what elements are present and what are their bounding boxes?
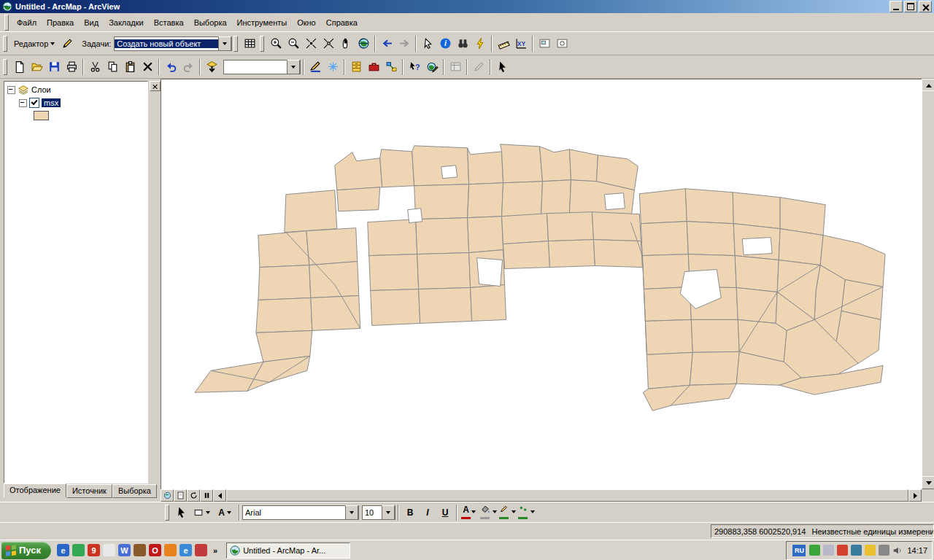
select-features-button[interactable] bbox=[419, 35, 436, 52]
toolbar-grip[interactable] bbox=[3, 59, 7, 75]
disabled-table-button[interactable] bbox=[447, 58, 464, 76]
quick-launch-overflow[interactable]: » bbox=[213, 546, 217, 555]
menu-item-view[interactable]: Вид bbox=[79, 16, 104, 29]
pause-drawing-button[interactable] bbox=[200, 489, 213, 502]
layer-name[interactable]: msx bbox=[42, 98, 61, 107]
quick-launch-icon[interactable] bbox=[134, 544, 146, 556]
tray-icon[interactable] bbox=[823, 545, 834, 556]
find-button[interactable] bbox=[454, 35, 471, 52]
identify-button[interactable]: i bbox=[436, 35, 454, 52]
quick-launch-icon[interactable]: e bbox=[57, 544, 69, 556]
undo-button[interactable] bbox=[162, 58, 180, 76]
toc-close-button[interactable] bbox=[150, 81, 161, 91]
taskbar-clock[interactable]: 14:17 bbox=[907, 546, 927, 555]
globe-edit-button[interactable] bbox=[423, 58, 441, 76]
snapping-button[interactable] bbox=[324, 58, 341, 76]
quick-launch-icon[interactable]: W bbox=[118, 544, 131, 556]
toolbar-grip[interactable] bbox=[3, 36, 7, 52]
minimize-button[interactable] bbox=[889, 1, 903, 12]
horizontal-scrollbar[interactable] bbox=[161, 489, 922, 502]
quick-launch-icon[interactable]: O bbox=[149, 544, 161, 556]
start-button[interactable]: Пуск bbox=[1, 542, 51, 559]
close-button[interactable] bbox=[919, 1, 932, 12]
menu-item-file[interactable]: Файл bbox=[12, 16, 42, 29]
toolbar-grip[interactable] bbox=[234, 36, 238, 52]
font-color-button[interactable]: A bbox=[460, 505, 479, 521]
vertical-scrollbar[interactable] bbox=[922, 79, 934, 489]
toolbar-grip[interactable] bbox=[165, 505, 169, 521]
zoom-in-button[interactable] bbox=[267, 35, 285, 52]
font-combobox[interactable]: Arial bbox=[242, 505, 359, 520]
italic-button[interactable]: I bbox=[419, 504, 436, 521]
add-data-button[interactable] bbox=[203, 58, 220, 76]
font-size-dropdown[interactable] bbox=[382, 505, 395, 520]
go-forward-extent-button[interactable] bbox=[395, 35, 413, 52]
full-extent-button[interactable] bbox=[355, 35, 372, 52]
fill-color-button[interactable] bbox=[479, 505, 498, 521]
cut-button[interactable] bbox=[86, 58, 104, 76]
tab-display[interactable]: Отображение bbox=[4, 483, 66, 498]
attributes-button[interactable] bbox=[241, 35, 258, 52]
layout-view-button[interactable] bbox=[174, 489, 187, 502]
shape-tool-button[interactable] bbox=[190, 504, 213, 521]
redo-button[interactable] bbox=[180, 58, 197, 76]
pan-button[interactable] bbox=[337, 35, 355, 52]
marker-color-button[interactable] bbox=[517, 505, 536, 521]
open-button[interactable] bbox=[28, 58, 45, 76]
scroll-right-button[interactable] bbox=[908, 489, 922, 502]
menu-item-edit[interactable]: Правка bbox=[42, 16, 79, 29]
arctoolbox-button[interactable] bbox=[365, 58, 382, 76]
goto-xy-button[interactable]: XY bbox=[512, 35, 530, 52]
vertical-scroll-thumb[interactable] bbox=[922, 90, 934, 479]
text-tool-button[interactable]: A bbox=[213, 504, 236, 521]
task-combobox[interactable]: Создать новый объект bbox=[114, 36, 232, 51]
zoom-out-button[interactable] bbox=[285, 35, 302, 52]
measure-button[interactable] bbox=[495, 35, 512, 52]
font-size-combobox[interactable]: 10 bbox=[362, 505, 395, 520]
quick-launch-icon[interactable] bbox=[164, 544, 177, 556]
scale-combobox-dropdown[interactable] bbox=[287, 60, 300, 74]
quick-launch-icon[interactable] bbox=[72, 544, 85, 556]
quick-launch-icon[interactable] bbox=[103, 544, 115, 556]
overview-window-button[interactable] bbox=[536, 35, 553, 52]
line-color-button[interactable] bbox=[498, 505, 517, 521]
tray-icon[interactable] bbox=[809, 545, 820, 556]
volume-icon[interactable] bbox=[892, 545, 903, 556]
tray-icon[interactable] bbox=[837, 545, 848, 556]
delete-button[interactable] bbox=[139, 58, 156, 76]
disabled-pencil-button[interactable] bbox=[470, 58, 487, 76]
menu-item-window[interactable]: Окно bbox=[292, 16, 321, 29]
bold-button[interactable]: B bbox=[401, 504, 419, 521]
editor-sketch-button[interactable] bbox=[306, 58, 324, 76]
hyperlink-button[interactable] bbox=[471, 35, 489, 52]
menu-item-bookmarks[interactable]: Закладки bbox=[104, 16, 149, 29]
paste-button[interactable] bbox=[121, 58, 139, 76]
editor-menu-button[interactable]: Редактор bbox=[10, 35, 58, 52]
scroll-left-button[interactable] bbox=[213, 489, 226, 502]
refresh-view-button[interactable] bbox=[187, 489, 200, 502]
tab-source[interactable]: Источник bbox=[66, 484, 112, 498]
layer-visibility-checkbox[interactable] bbox=[29, 98, 39, 108]
horizontal-scroll-thumb[interactable] bbox=[226, 489, 908, 502]
quick-launch-icon[interactable] bbox=[195, 544, 207, 556]
menu-item-help[interactable]: Справка bbox=[321, 16, 363, 29]
copy-button[interactable] bbox=[104, 58, 121, 76]
modelbuilder-button[interactable] bbox=[382, 58, 400, 76]
quick-launch-icon[interactable]: 9 bbox=[88, 544, 100, 556]
menu-item-selection[interactable]: Выборка bbox=[189, 16, 232, 29]
arccatalog-button[interactable] bbox=[347, 58, 365, 76]
menu-item-insert[interactable]: Вставка bbox=[149, 16, 189, 29]
data-view-button[interactable] bbox=[161, 489, 174, 502]
menu-item-tools[interactable]: Инструменты bbox=[232, 16, 293, 29]
toc-root-row[interactable]: Слои bbox=[7, 85, 147, 95]
select-graphics-button[interactable] bbox=[172, 504, 190, 521]
save-button[interactable] bbox=[45, 58, 63, 76]
tray-icon[interactable] bbox=[879, 545, 889, 556]
go-back-extent-button[interactable] bbox=[378, 35, 395, 52]
layer-symbol-swatch[interactable] bbox=[34, 111, 49, 120]
toc-layer-row[interactable]: msx bbox=[19, 98, 147, 108]
map-canvas[interactable] bbox=[161, 79, 922, 489]
whats-this-help-button[interactable]: ? bbox=[406, 58, 423, 76]
fixed-zoom-out-button[interactable] bbox=[320, 35, 337, 52]
collapse-minus-icon[interactable] bbox=[7, 86, 15, 94]
